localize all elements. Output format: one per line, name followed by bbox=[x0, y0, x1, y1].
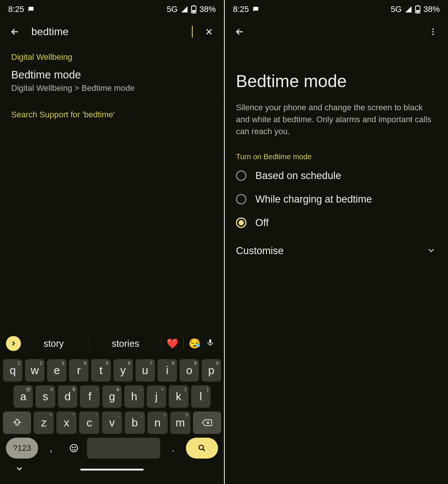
key-g[interactable]: g& bbox=[102, 385, 122, 408]
back-button[interactable] bbox=[234, 26, 246, 38]
network-label: 5G bbox=[391, 4, 402, 14]
radio-charging[interactable]: While charging at bedtime bbox=[225, 188, 448, 211]
back-button[interactable] bbox=[9, 26, 21, 38]
key-x[interactable]: x" bbox=[56, 411, 77, 434]
period-key[interactable]: . bbox=[163, 438, 183, 459]
svg-rect-2 bbox=[192, 10, 195, 12]
svg-point-11 bbox=[432, 31, 434, 33]
svg-point-5 bbox=[75, 447, 76, 448]
shift-key[interactable] bbox=[3, 411, 31, 434]
suggestion-word[interactable]: stories bbox=[93, 338, 159, 349]
message-icon bbox=[27, 6, 35, 13]
clear-button[interactable] bbox=[203, 26, 215, 38]
keyboard: story stories ❤️ 😪 q1w2e3r4t5y6u7i8o9p0 … bbox=[0, 330, 224, 484]
mic-button[interactable] bbox=[202, 339, 218, 348]
battery-icon bbox=[191, 5, 196, 13]
page-description: Silence your phone and change the screen… bbox=[225, 100, 448, 152]
screenshot-search: 8:25 5G 38% bedtime bbox=[0, 0, 224, 484]
radio-off[interactable]: Off bbox=[225, 211, 448, 235]
home-indicator[interactable] bbox=[80, 469, 144, 471]
key-y[interactable]: y6 bbox=[113, 359, 133, 382]
search-support-link[interactable]: Search Support for 'bedtime' bbox=[0, 101, 224, 129]
customise-label: Customise bbox=[236, 245, 284, 257]
radio-label: While charging at bedtime bbox=[255, 194, 372, 205]
search-input[interactable]: bedtime bbox=[31, 26, 193, 38]
svg-point-12 bbox=[432, 34, 434, 35]
svg-point-3 bbox=[71, 444, 78, 452]
status-time: 8:25 bbox=[233, 4, 249, 14]
suggestion-word[interactable]: story bbox=[21, 338, 87, 349]
status-bar: 8:25 5G 38% bbox=[0, 0, 224, 19]
space-key[interactable] bbox=[87, 438, 160, 459]
svg-rect-8 bbox=[417, 5, 419, 6]
result-title: Bedtime mode bbox=[11, 69, 213, 81]
screenshot-bedtime-mode: 8:25 5G 38% bbox=[224, 0, 448, 484]
key-r[interactable]: r4 bbox=[69, 359, 88, 382]
backspace-key[interactable] bbox=[193, 411, 221, 434]
key-b[interactable]: b; bbox=[125, 411, 145, 434]
key-n[interactable]: n! bbox=[147, 411, 168, 434]
key-e[interactable]: e3 bbox=[47, 359, 66, 382]
radio-icon bbox=[236, 170, 246, 181]
key-j[interactable]: j+ bbox=[147, 385, 166, 408]
message-icon bbox=[252, 6, 259, 13]
chevron-down-icon bbox=[426, 246, 437, 256]
suggestion-emoji[interactable]: 😪 bbox=[187, 338, 202, 349]
emoji-key[interactable] bbox=[64, 438, 84, 459]
result-category: Digital Wellbeing bbox=[0, 45, 224, 64]
status-bar: 8:25 5G 38% bbox=[225, 0, 448, 19]
radio-label: Off bbox=[255, 217, 269, 229]
key-k[interactable]: k( bbox=[169, 385, 188, 408]
key-q[interactable]: q1 bbox=[3, 359, 22, 382]
key-d[interactable]: d$ bbox=[58, 385, 77, 408]
app-bar bbox=[225, 19, 448, 45]
svg-point-6 bbox=[199, 445, 203, 450]
svg-rect-1 bbox=[193, 5, 195, 6]
key-w[interactable]: w2 bbox=[25, 359, 44, 382]
status-time: 8:25 bbox=[8, 4, 24, 14]
svg-point-10 bbox=[432, 28, 434, 30]
key-m[interactable]: m? bbox=[170, 411, 190, 434]
section-title: Turn on Bedtime mode bbox=[225, 152, 448, 164]
search-bar: bedtime bbox=[0, 19, 224, 45]
key-f[interactable]: f- bbox=[80, 385, 99, 408]
page-title: Bedtime mode bbox=[225, 45, 448, 100]
battery-pct: 38% bbox=[423, 4, 440, 14]
key-v[interactable]: v: bbox=[102, 411, 122, 434]
overflow-menu-button[interactable] bbox=[427, 26, 439, 38]
radio-icon bbox=[236, 194, 246, 204]
suggestion-emoji[interactable]: ❤️ bbox=[165, 338, 180, 349]
customise-row[interactable]: Customise bbox=[225, 235, 448, 267]
search-result[interactable]: Bedtime mode Digital Wellbeing > Bedtime… bbox=[0, 64, 224, 101]
result-path: Digital Wellbeing > Bedtime mode bbox=[11, 83, 213, 93]
nav-bar bbox=[0, 459, 224, 480]
signal-icon bbox=[405, 6, 412, 13]
svg-rect-9 bbox=[416, 10, 419, 12]
expand-suggestions-button[interactable] bbox=[6, 336, 21, 351]
symbols-key[interactable]: ?123 bbox=[6, 438, 38, 459]
keyboard-hide-button[interactable] bbox=[15, 464, 25, 475]
search-key[interactable] bbox=[186, 438, 218, 459]
radio-schedule[interactable]: Based on schedule bbox=[225, 164, 448, 188]
battery-icon bbox=[415, 5, 420, 13]
radio-icon bbox=[236, 218, 246, 228]
comma-key[interactable]: , bbox=[41, 438, 61, 459]
key-c[interactable]: c' bbox=[79, 411, 99, 434]
battery-pct: 38% bbox=[199, 4, 216, 14]
key-a[interactable]: a@ bbox=[13, 385, 33, 408]
network-label: 5G bbox=[167, 4, 178, 14]
key-i[interactable]: i8 bbox=[158, 359, 177, 382]
key-z[interactable]: z* bbox=[34, 411, 54, 434]
key-h[interactable]: h- bbox=[124, 385, 144, 408]
key-t[interactable]: t5 bbox=[91, 359, 111, 382]
key-p[interactable]: p0 bbox=[202, 359, 221, 382]
suggestion-bar: story stories ❤️ 😪 bbox=[0, 330, 224, 357]
key-o[interactable]: o9 bbox=[180, 359, 199, 382]
radio-label: Based on schedule bbox=[255, 170, 341, 182]
svg-point-4 bbox=[72, 447, 73, 448]
key-s[interactable]: s# bbox=[35, 385, 55, 408]
signal-icon bbox=[181, 6, 188, 13]
key-u[interactable]: u7 bbox=[136, 359, 155, 382]
key-l[interactable]: l) bbox=[191, 385, 211, 408]
